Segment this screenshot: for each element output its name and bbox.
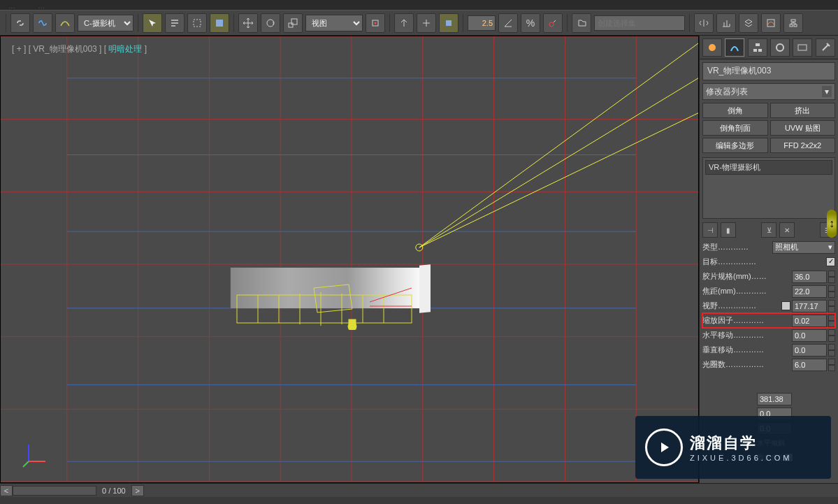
select-by-name-button[interactable] (165, 13, 185, 33)
window-crossing-button[interactable] (210, 13, 229, 33)
camera-view-select[interactable]: C-摄影机 (78, 15, 133, 31)
watermark-overlay: 溜溜自学 ZIXUE.3D66.COM (635, 416, 831, 479)
modifier-list-select[interactable]: 修改器列表 ▾ (702, 83, 835, 100)
param-fov: 视野…………… 177.17 (702, 298, 835, 313)
modifier-button[interactable]: 编辑多边形 (702, 138, 768, 153)
zoom-factor-input[interactable]: 0.02 (792, 315, 827, 327)
scale-button[interactable] (283, 13, 303, 33)
hierarchy-tab-icon[interactable] (748, 38, 767, 57)
viewport-grid (1, 36, 698, 482)
unlink-icon[interactable] (33, 13, 52, 33)
stack-item[interactable]: VR-物理摄影机 (705, 160, 832, 175)
viewport[interactable]: [ + ] [ VR_物理像机003 ] [ 明暗处理 ] (0, 36, 699, 483)
pin-stack-icon[interactable]: ⊣ (702, 222, 718, 238)
svg-rect-56 (753, 49, 757, 52)
show-result-icon[interactable]: ▮ (721, 222, 736, 238)
manipulate-button[interactable] (394, 13, 414, 33)
toolbar-separator (6, 14, 6, 32)
selection-set-input[interactable] (594, 15, 685, 31)
fstop-input[interactable]: 6.0 (792, 359, 827, 371)
scene-geometry (230, 267, 426, 330)
svg-point-2 (267, 20, 274, 27)
motion-tab-icon[interactable] (770, 38, 790, 57)
toolbar-separator (233, 14, 234, 32)
time-next-button[interactable]: > (131, 485, 144, 496)
modifier-button[interactable]: FFD 2x2x2 (770, 138, 836, 153)
svg-line-35 (419, 43, 698, 247)
vshift-input[interactable]: 0.0 (792, 344, 827, 357)
world-axis-gizmo (22, 440, 50, 468)
param-target: 目标…………… (702, 254, 835, 269)
viewport-label[interactable]: [ + ] [ VR_物理像机003 ] [ 明暗处理 ] (12, 43, 147, 55)
spinner[interactable] (828, 344, 835, 357)
angle-snap-value[interactable]: 2.5 (468, 15, 496, 31)
selection-region-button[interactable] (187, 13, 207, 33)
svg-point-8 (549, 22, 554, 27)
spinner[interactable] (828, 359, 835, 371)
param-type: 类型………… 照相机▾ (702, 240, 835, 254)
rotate-button[interactable] (261, 13, 280, 33)
toolbar-separator (463, 14, 463, 32)
watermark-title: 溜溜自学 (690, 433, 792, 454)
spinner[interactable] (828, 271, 835, 283)
fov-input[interactable]: 177.17 (792, 300, 827, 312)
select-object-button[interactable] (143, 13, 162, 33)
keyboard-shortcut-button[interactable] (417, 13, 436, 33)
fov-checkbox[interactable] (781, 301, 790, 310)
schematic-button[interactable] (783, 13, 803, 33)
svg-rect-59 (798, 45, 807, 50)
spinner[interactable] (828, 329, 835, 342)
panel-tabs (700, 36, 838, 59)
param-zoom-factor: 缩放因子………… 0.02 (702, 313, 835, 328)
modifier-stack[interactable]: VR-物理摄影机 (702, 157, 835, 219)
align-button[interactable] (716, 13, 736, 33)
make-unique-icon[interactable]: ⊻ (761, 222, 776, 238)
layers-button[interactable] (739, 13, 758, 33)
type-select[interactable]: 照相机▾ (772, 241, 835, 254)
utilities-tab-icon[interactable] (816, 38, 835, 57)
menubar: … … (0, 0, 838, 10)
mirror-button[interactable] (694, 13, 714, 33)
named-sets-button[interactable] (572, 13, 591, 33)
modifier-button[interactable]: UVW 贴图 (770, 120, 836, 136)
spinner[interactable] (828, 285, 835, 298)
modify-tab-icon[interactable] (725, 38, 744, 57)
hshift-input[interactable]: 0.0 (792, 329, 827, 342)
move-button[interactable] (238, 13, 258, 33)
modifier-button[interactable]: 倒角剖面 (702, 120, 768, 136)
link-icon[interactable] (10, 13, 30, 33)
remove-modifier-icon[interactable]: ✕ (779, 222, 795, 238)
svg-rect-4 (291, 19, 297, 24)
focal-length-input[interactable]: 22.0 (792, 285, 827, 298)
snap-toggle-button[interactable] (439, 13, 458, 33)
create-tab-icon[interactable] (702, 38, 722, 57)
angle-snap-button[interactable] (498, 13, 518, 33)
modifier-button[interactable]: 倒角 (702, 103, 768, 118)
svg-rect-12 (794, 24, 797, 27)
bind-icon[interactable] (55, 13, 75, 33)
toolbar-separator (389, 14, 390, 32)
toolbar-separator (567, 14, 568, 32)
target-checkbox[interactable] (826, 257, 835, 266)
time-slider-track[interactable] (13, 486, 96, 496)
spinner[interactable] (828, 300, 835, 312)
reference-coord-select[interactable]: 视图 (305, 15, 363, 31)
watermark-url: ZIXUE.3D66.COM (690, 454, 792, 462)
svg-rect-11 (790, 24, 793, 27)
object-name-field[interactable]: VR_物理像机003 (702, 62, 835, 80)
curve-editor-button[interactable] (761, 13, 781, 33)
display-tab-icon[interactable] (793, 38, 812, 57)
param-horizontal-shift: 水平移动………… 0.0 (702, 328, 835, 343)
param-focal-length: 焦距(mm)………… 22.0 (702, 284, 835, 298)
pivot-button[interactable] (366, 13, 385, 33)
watermark-logo-icon (645, 429, 683, 466)
panel-scroll-handle[interactable] (827, 210, 837, 238)
percent-snap-button[interactable]: % (521, 13, 540, 33)
params-rollout: 类型………… 照相机▾ 目标…………… 胶片规格(mm)…… 36.0 焦距(m… (700, 240, 838, 372)
spinner-snap-button[interactable] (543, 13, 563, 33)
time-prev-button[interactable]: < (0, 485, 13, 496)
modifier-button[interactable]: 挤出 (770, 103, 836, 118)
film-gauge-input[interactable]: 36.0 (792, 271, 827, 283)
spinner[interactable] (828, 315, 835, 327)
param-vertical-shift: 垂直移动………… 0.0 (702, 343, 835, 357)
